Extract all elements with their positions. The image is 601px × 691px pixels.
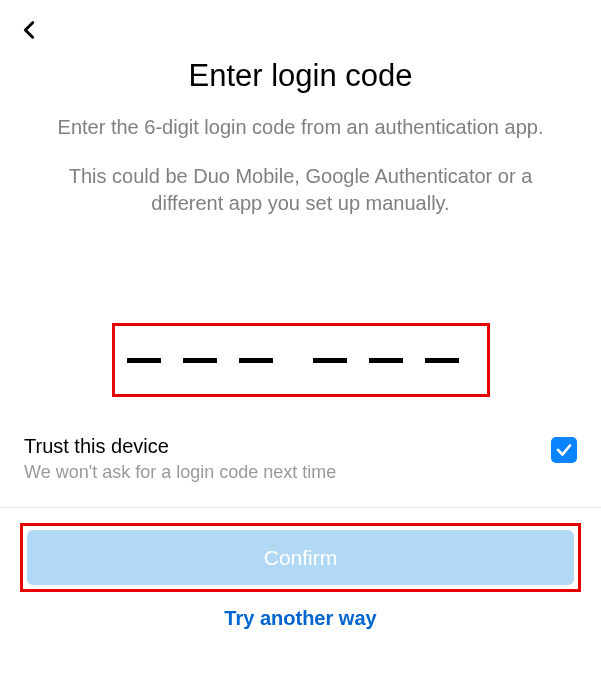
code-group-1 bbox=[127, 358, 273, 363]
code-digit-4 bbox=[313, 358, 347, 363]
code-digit-5 bbox=[369, 358, 403, 363]
page-title: Enter login code bbox=[0, 58, 601, 94]
instruction-text: Enter the 6-digit login code from an aut… bbox=[0, 114, 601, 141]
chevron-left-icon bbox=[18, 16, 40, 44]
try-another-way-link[interactable]: Try another way bbox=[224, 607, 376, 629]
trust-checkbox[interactable] bbox=[551, 437, 577, 463]
code-digit-row bbox=[115, 358, 487, 363]
code-input[interactable] bbox=[112, 323, 490, 397]
back-button[interactable] bbox=[18, 16, 40, 48]
trust-text-block: Trust this device We won't ask for a log… bbox=[24, 435, 336, 483]
trust-device-row: Trust this device We won't ask for a log… bbox=[0, 435, 601, 483]
try-another-way-row: Try another way bbox=[0, 607, 601, 630]
code-group-2 bbox=[313, 358, 459, 363]
check-icon bbox=[555, 441, 573, 459]
helper-text: This could be Duo Mobile, Google Authent… bbox=[0, 163, 601, 217]
code-digit-6 bbox=[425, 358, 459, 363]
divider bbox=[0, 507, 601, 508]
confirm-highlight: Confirm bbox=[20, 523, 581, 592]
trust-label: Trust this device bbox=[24, 435, 336, 458]
code-digit-1 bbox=[127, 358, 161, 363]
confirm-button[interactable]: Confirm bbox=[27, 530, 574, 585]
code-digit-2 bbox=[183, 358, 217, 363]
code-digit-3 bbox=[239, 358, 273, 363]
trust-sublabel: We won't ask for a login code next time bbox=[24, 462, 336, 483]
